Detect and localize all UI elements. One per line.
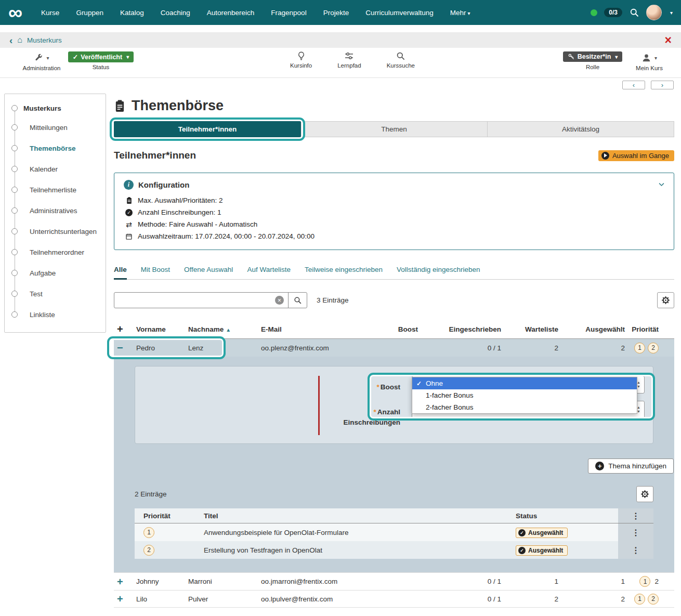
col-email[interactable]: E-Mail xyxy=(254,325,371,333)
add-topic-label: Thema hinzufügen xyxy=(608,462,666,470)
kebab-menu-icon[interactable]: ⋮ xyxy=(618,541,653,559)
administration-label: Administration xyxy=(15,65,69,71)
dropdown-option-1-facher-bonus[interactable]: 1-facher Bonus xyxy=(412,389,637,401)
filter-alle[interactable]: Alle xyxy=(114,266,127,280)
next-page-button[interactable]: › xyxy=(651,81,674,89)
kebab-menu-icon[interactable]: ⋮ xyxy=(618,523,653,541)
col-status: Status xyxy=(514,512,618,520)
sidebar-item-themenboerse[interactable]: Themenbörse xyxy=(5,138,106,159)
priority-badge: 2 xyxy=(648,343,659,353)
topic-row: 2 Erstellung von Testfragen in OpenOlat … xyxy=(135,541,653,559)
col-eingeschrieben[interactable]: Eingeschrieben xyxy=(418,325,501,333)
eingeschrieben-cell: 0 / 1 xyxy=(418,595,501,603)
prioritaet-cell: 1 2 xyxy=(625,343,674,353)
nav-item-mehr[interactable]: Mehr▾ xyxy=(442,9,479,17)
col-ausgewaehlt[interactable]: Ausgewählt xyxy=(558,325,625,333)
kursinfo-button[interactable]: Kursinfo xyxy=(290,51,312,69)
nav-item-coaching[interactable]: Coaching xyxy=(152,9,199,17)
table-settings-button[interactable] xyxy=(657,292,674,308)
filter-offene-auswahl[interactable]: Offene Auswahl xyxy=(184,266,233,279)
nav-item-curriculumverwaltung[interactable]: Curriculumverwaltung xyxy=(357,9,442,17)
back-chevron-icon[interactable]: ‹ xyxy=(9,35,12,45)
nav-item-fragenpool[interactable]: Fragenpool xyxy=(263,9,315,17)
expand-row-icon[interactable]: + xyxy=(114,576,129,587)
sidebar-item-mitteilungen[interactable]: Mitteilungen xyxy=(5,117,106,138)
filter-auf-warteliste[interactable]: Auf Warteliste xyxy=(247,266,291,279)
sidebar-item-test[interactable]: Test xyxy=(5,283,106,304)
home-icon[interactable]: ⌂ xyxy=(17,36,22,44)
col-nachname-sort[interactable]: Nachname▲ xyxy=(181,325,254,333)
user-menu-caret-icon[interactable]: ▾ xyxy=(670,10,673,16)
sidebar-item-musterkurs[interactable]: Musterkurs xyxy=(5,99,106,117)
role-owner-button[interactable]: Besitzer*in ▾ xyxy=(563,51,623,62)
subtable-settings-button[interactable] xyxy=(636,486,653,502)
collapse-chevron-icon[interactable] xyxy=(658,180,665,188)
sidebar-item-teilnehmerordner[interactable]: Teilnehmerordner xyxy=(5,242,106,263)
sidebar-item-administratives[interactable]: Administratives xyxy=(5,200,106,221)
nav-item-kurse[interactable]: Kurse xyxy=(33,9,68,17)
nav-item-autorenbereich[interactable]: Autorenbereich xyxy=(199,9,263,17)
sidebar-item-teilnehmerliste[interactable]: Teilnehmerliste xyxy=(5,179,106,200)
sidebar-item-unterrichtsunterlagen[interactable]: Unterrichtsunterlagen xyxy=(5,221,106,242)
nav-item-katalog[interactable]: Katalog xyxy=(112,9,152,17)
boost-form: *Boost *Anzahl Einschreibungen ▲▼ ▲▼ ✓Oh… xyxy=(135,366,653,444)
node-circle-icon xyxy=(11,166,18,172)
col-prioritaet[interactable]: Priorität xyxy=(625,325,674,333)
chevron-down-icon: ▾ xyxy=(654,55,657,61)
col-warteliste[interactable]: Warteliste xyxy=(501,325,558,333)
role-label: Rolle xyxy=(561,64,624,70)
expand-row-icon[interactable]: + xyxy=(114,594,129,604)
tab-themen[interactable]: Themen xyxy=(301,121,488,137)
sidebar-item-label: Aufgabe xyxy=(30,269,56,277)
search-icon[interactable] xyxy=(629,7,639,18)
quicksearch-input[interactable] xyxy=(114,293,275,308)
add-topic-button[interactable]: + Thema hinzufügen xyxy=(588,458,674,474)
filter-vollstaendig-eingeschrieben[interactable]: Vollständig eingeschrieben xyxy=(397,266,480,279)
administration-menu[interactable]: ▾ Administration xyxy=(15,52,69,71)
close-icon[interactable]: × xyxy=(665,34,672,46)
kebab-menu-icon[interactable]: ⋮ xyxy=(618,508,653,523)
breadcrumb: ‹ ⌂ Musterkurs × xyxy=(0,32,681,48)
sidebar-item-label: Kalender xyxy=(30,165,58,173)
sidebar-item-kalender[interactable]: Kalender xyxy=(5,159,106,179)
session-status-dot xyxy=(591,9,597,16)
sidebar-item-aufgabe[interactable]: Aufgabe xyxy=(5,263,106,283)
filter-mit-boost[interactable]: Mit Boost xyxy=(141,266,170,279)
col-vorname[interactable]: Vorname xyxy=(129,325,181,333)
task-counter-badge[interactable]: 0/3 xyxy=(604,8,622,17)
breadcrumb-course-link[interactable]: Musterkurs xyxy=(27,36,62,44)
person-icon xyxy=(641,53,651,63)
kurssuche-button[interactable]: Kurssuche xyxy=(387,51,415,69)
filter-teilweise-eingeschrieben[interactable]: Teilweise eingeschrieben xyxy=(305,266,383,279)
mein-kurs-menu[interactable]: ▾ Mein Kurs xyxy=(630,52,669,71)
dropdown-option-ohne[interactable]: ✓Ohne xyxy=(412,377,637,389)
sidebar-item-label: Teilnehmerliste xyxy=(30,186,76,194)
collapse-row-icon[interactable]: − xyxy=(114,343,129,353)
clear-search-icon[interactable]: × xyxy=(275,296,284,305)
avatar[interactable] xyxy=(646,5,662,20)
status-badge: ✓Ausgewählt xyxy=(516,528,568,538)
openolat-logo-icon[interactable]: ∞ xyxy=(8,2,22,23)
search-button[interactable] xyxy=(288,293,307,308)
search-icon xyxy=(387,51,415,61)
wrench-icon xyxy=(34,53,43,62)
node-circle-icon xyxy=(11,187,18,193)
check-icon: ✓ xyxy=(73,53,78,61)
nav-item-projekte[interactable]: Projekte xyxy=(315,9,358,17)
status-group: ✓ Veröffentlicht ▾ Status xyxy=(68,51,134,70)
tab-teilnehmerinnen[interactable]: Teilnehmer*innen xyxy=(114,121,301,137)
dropdown-option-2-facher-bonus[interactable]: 2-facher Bonus xyxy=(412,401,637,413)
status-published-button[interactable]: ✓ Veröffentlicht ▾ xyxy=(68,51,134,62)
sidebar-item-linkliste[interactable]: Linkliste xyxy=(5,304,106,325)
tab-aktivitaetslog[interactable]: Aktivitätslog xyxy=(488,121,674,137)
col-boost[interactable]: Boost xyxy=(371,325,418,333)
priority-badge: 2 xyxy=(143,545,154,556)
main-menu: Kurse Gruppen Katalog Coaching Autorenbe… xyxy=(33,9,478,17)
nav-item-gruppen[interactable]: Gruppen xyxy=(68,9,112,17)
expand-all-icon[interactable]: + xyxy=(114,324,129,334)
prev-page-button[interactable]: ‹ xyxy=(622,81,645,89)
lernpfad-button[interactable]: Lernpfad xyxy=(337,51,361,69)
tab-label: Teilnehmer*innen xyxy=(178,125,237,133)
table-header-row: + Vorname Nachname▲ E-Mail Boost Eingesc… xyxy=(114,322,674,339)
config-text: Methode: Faire Auswahl - Automatisch xyxy=(138,220,257,228)
